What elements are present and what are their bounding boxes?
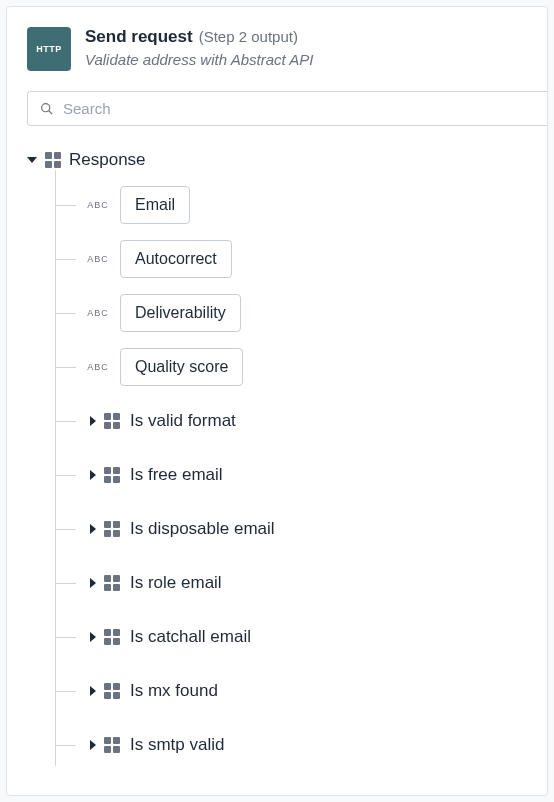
field-label: Is mx found	[130, 681, 218, 701]
tree-children: ABC Email ABC Autocorrect ABC Deliverabi…	[55, 170, 547, 766]
field-is-free-email[interactable]: Is free email	[56, 454, 547, 496]
field-quality-score[interactable]: ABC Quality score	[56, 346, 547, 388]
response-tree: Response ABC Email ABC Autocorrect ABC D…	[27, 150, 547, 766]
data-picker-panel: HTTP Send request (Step 2 output) Valida…	[6, 6, 548, 796]
tree-connector	[56, 475, 76, 476]
object-field-icons	[90, 467, 120, 483]
field-label: Is catchall email	[130, 627, 251, 647]
caret-right-icon	[90, 470, 96, 480]
tree-connector	[56, 313, 76, 314]
object-field-icons	[90, 575, 120, 591]
string-type-icon: ABC	[84, 362, 112, 372]
field-is-valid-format[interactable]: Is valid format	[56, 400, 547, 442]
caret-right-icon	[90, 524, 96, 534]
tree-root-response[interactable]: Response	[27, 150, 547, 170]
field-is-smtp-valid[interactable]: Is smtp valid	[56, 724, 547, 766]
object-field-icons	[90, 413, 120, 429]
header-text: Send request (Step 2 output) Validate ad…	[85, 27, 313, 71]
object-field-icons	[90, 737, 120, 753]
object-icon	[45, 152, 61, 168]
field-label: Is disposable email	[130, 519, 275, 539]
string-type-icon: ABC	[84, 254, 112, 264]
object-icon	[104, 467, 120, 483]
field-label: Is role email	[130, 573, 222, 593]
header-step: (Step 2 output)	[199, 28, 298, 45]
object-field-icons	[90, 629, 120, 645]
field-label: Email	[120, 186, 190, 224]
caret-right-icon	[90, 686, 96, 696]
search-container[interactable]	[27, 91, 547, 126]
object-field-icons	[90, 521, 120, 537]
caret-down-icon	[27, 157, 37, 163]
tree-connector	[56, 421, 76, 422]
field-label: Deliverability	[120, 294, 241, 332]
caret-right-icon	[90, 632, 96, 642]
search-input[interactable]	[63, 100, 535, 117]
header-subtitle: Validate address with Abstract API	[85, 51, 313, 68]
search-icon	[40, 102, 53, 115]
panel-header: HTTP Send request (Step 2 output) Valida…	[27, 27, 547, 71]
object-icon	[104, 737, 120, 753]
caret-right-icon	[90, 416, 96, 426]
object-icon	[104, 629, 120, 645]
header-title-row: Send request (Step 2 output)	[85, 27, 313, 47]
http-icon: HTTP	[27, 27, 71, 71]
field-autocorrect[interactable]: ABC Autocorrect	[56, 238, 547, 280]
object-field-icons	[90, 683, 120, 699]
string-type-icon: ABC	[84, 308, 112, 318]
field-is-mx-found[interactable]: Is mx found	[56, 670, 547, 712]
field-label: Is smtp valid	[130, 735, 224, 755]
field-label: Is free email	[130, 465, 223, 485]
object-icon	[104, 413, 120, 429]
field-label: Quality score	[120, 348, 243, 386]
tree-connector	[56, 637, 76, 638]
field-label: Is valid format	[130, 411, 236, 431]
tree-connector	[56, 745, 76, 746]
object-icon	[104, 683, 120, 699]
caret-right-icon	[90, 578, 96, 588]
caret-right-icon	[90, 740, 96, 750]
tree-root-label: Response	[69, 150, 146, 170]
tree-connector	[56, 529, 76, 530]
field-deliverability[interactable]: ABC Deliverability	[56, 292, 547, 334]
http-icon-label: HTTP	[36, 44, 62, 54]
tree-connector	[56, 259, 76, 260]
tree-connector	[56, 583, 76, 584]
object-icon	[104, 575, 120, 591]
string-type-icon: ABC	[84, 200, 112, 210]
object-icon	[104, 521, 120, 537]
tree-connector	[56, 367, 76, 368]
svg-line-1	[49, 111, 52, 114]
tree-connector	[56, 691, 76, 692]
field-is-catchall-email[interactable]: Is catchall email	[56, 616, 547, 658]
field-label: Autocorrect	[120, 240, 232, 278]
field-is-role-email[interactable]: Is role email	[56, 562, 547, 604]
tree-connector	[56, 205, 76, 206]
field-email[interactable]: ABC Email	[56, 184, 547, 226]
header-title: Send request	[85, 27, 193, 47]
field-is-disposable-email[interactable]: Is disposable email	[56, 508, 547, 550]
